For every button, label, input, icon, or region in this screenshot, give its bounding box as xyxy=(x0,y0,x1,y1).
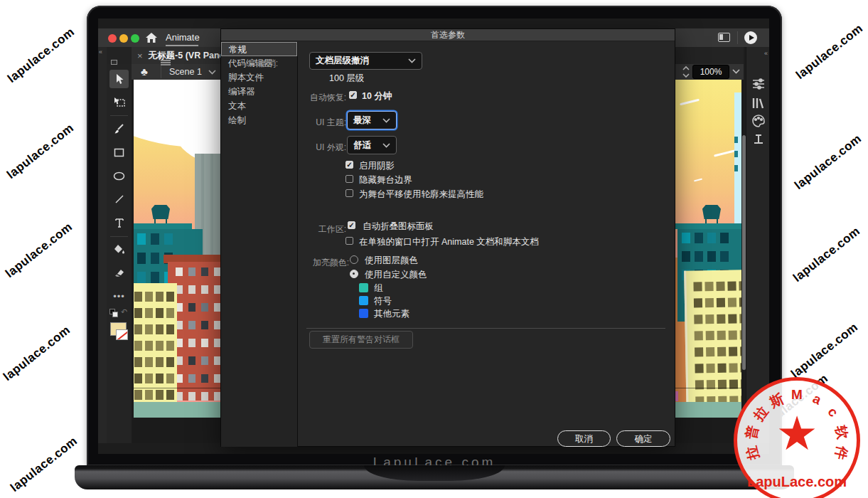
other-elements-color-swatch[interactable] xyxy=(359,309,368,318)
ui-theme-value: 最深 xyxy=(353,115,371,127)
sidebar-item-drawing[interactable]: 绘制 xyxy=(221,113,297,127)
chevron-down-icon xyxy=(382,143,390,148)
sidebar-item-general[interactable]: 常规 xyxy=(221,42,297,56)
symbol-color-label: 符号 xyxy=(374,295,392,307)
auto-recover-checkbox[interactable] xyxy=(349,91,357,99)
stamp-site-text: LapuLace.com xyxy=(737,474,857,490)
zoom-stepper[interactable] xyxy=(682,65,690,78)
collapse-panel-icon[interactable]: « xyxy=(99,48,102,55)
selection-tool[interactable] xyxy=(109,70,129,88)
animate-app-window: Animate × 无标题-5 (VR Panorama) ♣ xyxy=(98,18,769,454)
ui-appearance-value: 舒适 xyxy=(353,139,371,152)
use-layer-color-radio[interactable] xyxy=(350,255,358,264)
eraser-tool[interactable] xyxy=(109,263,129,282)
water-tower-art xyxy=(702,205,721,219)
oval-tool[interactable] xyxy=(109,166,129,185)
divider xyxy=(110,236,128,237)
group-color-label: 组 xyxy=(374,282,383,295)
auto-collapse-checkbox[interactable] xyxy=(348,221,355,229)
panel-thumbnail-icon xyxy=(111,60,117,65)
cloud-streak-art xyxy=(680,99,700,106)
scene-label[interactable]: Scene 1 xyxy=(169,67,202,77)
watermark: lapulace.com xyxy=(8,434,80,495)
outline-pan-checkbox[interactable] xyxy=(345,189,353,197)
no-color-swatch[interactable] xyxy=(116,329,128,340)
brush-tool[interactable] xyxy=(109,120,129,138)
enable-shadows-label: 启用阴影 xyxy=(359,160,395,172)
divider xyxy=(161,65,161,78)
close-document-icon[interactable]: × xyxy=(137,51,143,61)
group-color-swatch[interactable] xyxy=(359,283,368,292)
sidebar-item-text[interactable]: 文本 xyxy=(221,99,297,113)
workspace-label: 工作区: xyxy=(289,223,346,235)
use-custom-color-radio[interactable] xyxy=(350,270,358,278)
hide-stage-border-checkbox[interactable] xyxy=(345,175,353,183)
building-art xyxy=(134,283,177,418)
panel-menu-icon[interactable] xyxy=(161,60,171,65)
ui-appearance-label: UI 外观: xyxy=(289,142,346,154)
open-separate-label: 在单独的窗口中打开 Animate 文档和脚本文档 xyxy=(359,236,539,248)
cancel-button[interactable]: 取消 xyxy=(557,430,611,447)
auto-recover-label: 自动恢复: xyxy=(289,92,346,104)
workspace-icon[interactable] xyxy=(718,33,730,42)
chevron-down-icon[interactable] xyxy=(732,69,740,74)
use-layer-color-label: 使用图层颜色 xyxy=(365,255,418,267)
building-art xyxy=(134,223,192,229)
hide-stage-border-label: 隐藏舞台边界 xyxy=(359,174,412,186)
undo-label: 撤消: xyxy=(235,58,278,70)
color-palette-icon[interactable] xyxy=(751,114,766,128)
sidebar-item-compiler[interactable]: 编译器 xyxy=(221,85,297,99)
align-text-icon[interactable] xyxy=(751,132,766,146)
watermark: lapulace.com xyxy=(1,323,73,384)
watermark: lapulace.com xyxy=(5,25,77,86)
swap-colors-icon[interactable] xyxy=(109,309,119,317)
undo-type-dropdown[interactable]: 文档层级撤消 xyxy=(309,52,422,70)
dialog-title: 首选参数 xyxy=(221,29,675,41)
ok-button[interactable]: 确定 xyxy=(616,430,670,447)
dialog-sidebar: 常规 代码编辑器 脚本文件 编译器 文本 绘制 xyxy=(221,42,298,447)
ui-theme-label: UI 主题: xyxy=(289,117,346,129)
reset-warnings-button[interactable]: 重置所有警告对话框 xyxy=(309,331,413,349)
ui-theme-dropdown[interactable]: 最深 xyxy=(347,111,397,129)
watermark: lapulace.com xyxy=(791,224,863,285)
reset-colors-icon[interactable]: ↶ xyxy=(121,307,127,317)
free-transform-tool[interactable] xyxy=(109,92,129,111)
zoom-window-button[interactable] xyxy=(131,34,139,43)
library-icon[interactable] xyxy=(751,96,766,110)
zoom-level-field[interactable]: 100% xyxy=(692,65,729,79)
undo-levels-value[interactable]: 100 层级 xyxy=(329,73,364,85)
outline-pan-label: 为舞台平移使用轮廓来提高性能 xyxy=(359,189,483,201)
close-window-button[interactable] xyxy=(108,34,117,43)
watermark: lapulace.com xyxy=(792,132,864,193)
laptop-display: Animate × 无标题-5 (VR Panorama) ♣ xyxy=(98,18,769,454)
tab-animate[interactable]: Animate xyxy=(166,32,200,43)
home-icon[interactable] xyxy=(145,32,158,43)
paint-bucket-tool[interactable] xyxy=(109,240,129,258)
watermark: lapulace.com xyxy=(788,320,861,381)
symbol-color-swatch[interactable] xyxy=(359,296,368,305)
highlight-color-label: 加亮颜色: xyxy=(289,257,349,269)
tab-animate-underline xyxy=(166,45,198,46)
rectangle-tool[interactable] xyxy=(109,143,129,161)
open-separate-checkbox[interactable] xyxy=(345,237,353,245)
watermark: lapulace.com xyxy=(3,220,75,281)
minimize-window-button[interactable] xyxy=(119,34,128,43)
line-tool[interactable] xyxy=(109,190,129,208)
divider xyxy=(306,328,665,329)
collapse-panel-icon[interactable]: « xyxy=(764,50,767,57)
auto-recover-value[interactable]: 10 分钟 xyxy=(362,90,392,102)
tools-panel: ••• ↶ xyxy=(107,64,132,443)
zoom-control: 100% xyxy=(682,64,741,80)
ui-appearance-dropdown[interactable]: 舒适 xyxy=(347,136,397,154)
text-tool[interactable] xyxy=(109,213,129,232)
symbol-club-icon[interactable]: ♣ xyxy=(141,65,148,78)
cloud-streak-art xyxy=(714,149,735,157)
test-movie-play-button[interactable] xyxy=(744,31,757,44)
more-tools-icon[interactable]: ••• xyxy=(109,287,129,305)
chevron-down-icon[interactable] xyxy=(208,70,216,75)
sidebar-item-script-files[interactable]: 脚本文件 xyxy=(221,70,297,85)
properties-icon[interactable] xyxy=(751,77,766,91)
enable-shadows-checkbox[interactable] xyxy=(345,161,353,169)
watermark-stamp: ★ 拉 普 拉 斯 M a c 软 件 LapuLace.com xyxy=(734,377,860,498)
water-tower-art xyxy=(151,205,170,219)
